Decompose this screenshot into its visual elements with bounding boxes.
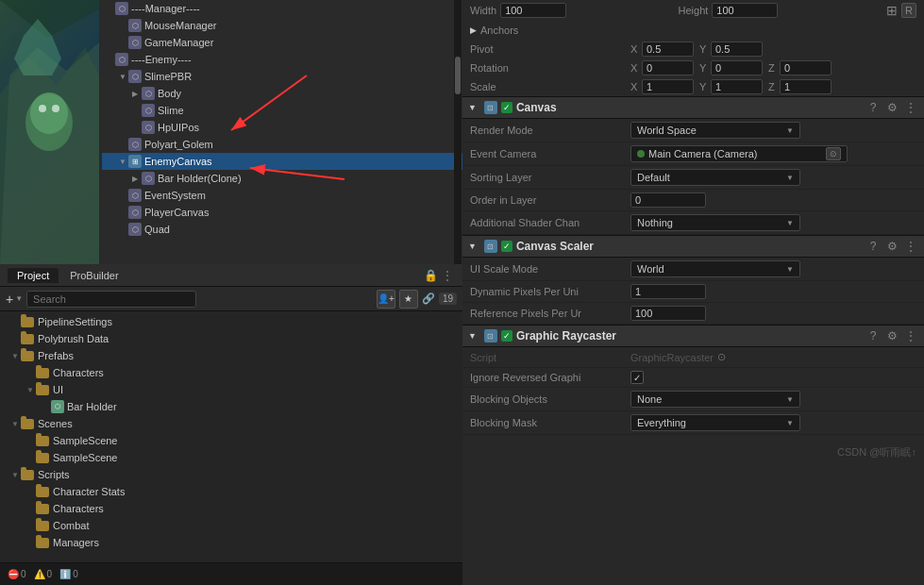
add-button[interactable]: + xyxy=(6,292,13,307)
warning-status: ⚠️ 0 xyxy=(34,569,53,579)
prefab-icon: ⬡ xyxy=(51,400,64,413)
lock-icon[interactable]: 🔒 xyxy=(423,268,438,283)
render-mode-dropdown[interactable]: World Space ▼ xyxy=(630,122,800,139)
blocking-mask-dropdown[interactable]: Everything ▼ xyxy=(630,414,800,431)
expand-arrow[interactable]: ▼ xyxy=(119,158,128,166)
hierarchy-item-gamemanager[interactable]: ⬡ GameManager xyxy=(102,34,462,51)
render-mode-value: World Space xyxy=(637,125,786,136)
project-item-pipelinesettings[interactable]: PipelineSettings xyxy=(0,313,462,330)
search-input[interactable] xyxy=(26,291,196,308)
hierarchy-item-slimepbr[interactable]: ▼ ⬡ SlimePBR xyxy=(102,68,462,85)
star-button[interactable]: ★ xyxy=(399,290,418,309)
scale-x-input[interactable] xyxy=(642,79,694,94)
project-item-samplescene[interactable]: SampleScene xyxy=(0,449,462,466)
canvas-scaler-header: ▼ ⊡ ✓ Canvas Scaler ? ⚙ ⋮ xyxy=(462,235,924,258)
project-item-scenes[interactable]: ▼ Scenes xyxy=(0,415,462,432)
dynamic-pixels-input[interactable] xyxy=(630,284,706,299)
event-camera-field[interactable]: Main Camera (Camera) ⊙ xyxy=(630,145,848,162)
item-label: Scripts xyxy=(38,469,70,480)
camera-picker-btn[interactable]: ⊙ xyxy=(826,147,841,160)
project-item-polybrush-data[interactable]: Polybrush Data xyxy=(0,330,462,347)
raycaster-icon: ⊡ xyxy=(484,329,497,343)
scaler-more-btn[interactable]: ⋮ xyxy=(903,239,918,254)
raycaster-more-btn[interactable]: ⋮ xyxy=(903,328,918,343)
project-item-characters[interactable]: Characters xyxy=(0,364,462,381)
ignore-reversed-label: Ignore Reversed Graphi xyxy=(470,372,630,383)
sorting-layer-dropdown[interactable]: Default ▼ xyxy=(630,169,800,186)
canvas-help-btn[interactable]: ? xyxy=(865,100,881,115)
rot-x-input[interactable] xyxy=(642,60,694,75)
scale-z-input[interactable] xyxy=(780,79,832,94)
anchors-arrow[interactable]: ▶ xyxy=(470,25,477,35)
hierarchy-item-eventsystem[interactable]: ⬡ EventSystem xyxy=(102,187,462,204)
hierarchy-item-manager[interactable]: ⬡ ----Manager---- xyxy=(102,0,462,17)
order-in-layer-input[interactable] xyxy=(630,192,706,208)
canvas-settings-btn[interactable]: ⚙ xyxy=(884,100,899,115)
file-count: 19 xyxy=(439,292,457,305)
rotation-inputs: X Y Z xyxy=(630,60,832,75)
hierarchy-item-mousemanager[interactable]: ⬡ MouseManager xyxy=(102,17,462,34)
script-picker-btn[interactable]: ⊙ xyxy=(717,351,726,363)
expand-arrow[interactable]: ▼ xyxy=(11,352,21,360)
tab-probuilder[interactable]: ProBuilder xyxy=(60,268,127,283)
project-item-ui[interactable]: ▼ UI xyxy=(0,381,462,398)
project-item-bar-holder[interactable]: ⬡ Bar Holder xyxy=(0,398,462,415)
pivot-x-input[interactable] xyxy=(642,42,694,57)
canvas-scaler-enabled[interactable]: ✓ xyxy=(501,241,512,252)
scale-y-input[interactable] xyxy=(711,79,763,94)
project-item-characters[interactable]: Characters xyxy=(0,500,462,517)
r-button[interactable]: R xyxy=(901,3,916,18)
hierarchy-item-quad[interactable]: ⬡ Quad xyxy=(102,221,462,238)
canvas-foldout[interactable]: ▼ xyxy=(468,103,477,112)
expand-arrow[interactable]: ▶ xyxy=(132,90,142,98)
project-item-character-stats[interactable]: Character Stats xyxy=(0,483,462,500)
raycaster-foldout[interactable]: ▼ xyxy=(468,331,477,341)
expand-arrow[interactable]: ▼ xyxy=(11,471,21,479)
hierarchy-item-playercanvas[interactable]: ⬡ PlayerCanvas xyxy=(102,204,462,221)
hierarchy-item-barholder[interactable]: ▶ ⬡ Bar Holder(Clone) xyxy=(102,170,462,187)
rect-buttons[interactable]: ⊞ R xyxy=(886,3,916,18)
additional-shader-value: Nothing xyxy=(637,217,786,228)
add-user-button[interactable]: 👤+ xyxy=(377,290,395,309)
ref-pixels-input[interactable] xyxy=(630,306,706,321)
rot-z-input[interactable] xyxy=(780,60,832,75)
hierarchy-item-polyart[interactable]: ⬡ Polyart_Golem xyxy=(102,136,462,153)
more-icon[interactable]: ⋮ xyxy=(440,268,455,283)
project-item-scripts[interactable]: ▼ Scripts xyxy=(0,466,462,483)
expand-arrow[interactable]: ▶ xyxy=(132,175,142,183)
canvas-more-btn[interactable]: ⋮ xyxy=(903,100,918,115)
hierarchy-item-body[interactable]: ▶ ⬡ Body xyxy=(102,85,462,102)
expand-arrow[interactable]: ▼ xyxy=(26,386,36,394)
raycaster-enabled[interactable]: ✓ xyxy=(501,330,512,342)
blocking-objects-arrow: ▼ xyxy=(786,395,794,404)
blocking-objects-dropdown[interactable]: None ▼ xyxy=(630,391,800,408)
hierarchy-item-enemycanvas[interactable]: ▼ ⊞ EnemyCanvas xyxy=(102,153,462,170)
hierarchy-item-enemy[interactable]: ⬡ ----Enemy---- xyxy=(102,51,462,68)
project-item-prefabs[interactable]: ▼ Prefabs xyxy=(0,347,462,364)
ref-pixels-row: Reference Pixels Per Ur xyxy=(462,303,924,325)
add-dropdown-arrow[interactable]: ▼ xyxy=(15,294,23,303)
height-input[interactable] xyxy=(712,3,778,18)
hierarchy-scrollbar[interactable] xyxy=(454,0,462,264)
item-label: UI xyxy=(53,384,63,395)
expand-arrow[interactable]: ▼ xyxy=(11,420,21,428)
hierarchy-item-hpuipos[interactable]: ⬡ HpUIPos xyxy=(102,119,462,136)
tab-project[interactable]: Project xyxy=(8,268,59,283)
ui-scale-mode-dropdown[interactable]: World ▼ xyxy=(630,260,800,277)
width-input[interactable] xyxy=(500,3,566,18)
project-item-combat[interactable]: Combat xyxy=(0,517,462,534)
pivot-y-input[interactable] xyxy=(711,42,763,57)
rot-y-input[interactable] xyxy=(711,60,763,75)
expand-arrow[interactable]: ▼ xyxy=(119,73,128,81)
scaler-help-btn[interactable]: ? xyxy=(865,239,881,254)
canvas-enabled-toggle[interactable]: ✓ xyxy=(501,102,512,113)
raycaster-settings-btn[interactable]: ⚙ xyxy=(884,328,899,343)
additional-shader-dropdown[interactable]: Nothing ▼ xyxy=(630,214,800,231)
project-item-managers[interactable]: Managers xyxy=(0,534,462,551)
raycaster-help-btn[interactable]: ? xyxy=(865,328,881,343)
ignore-reversed-checkbox[interactable]: ✓ xyxy=(630,371,644,384)
canvas-scaler-foldout[interactable]: ▼ xyxy=(468,242,477,251)
hierarchy-item-slime[interactable]: ⬡ Slime xyxy=(102,102,462,119)
scaler-settings-btn[interactable]: ⚙ xyxy=(884,239,899,254)
project-item-samplescene[interactable]: SampleScene xyxy=(0,432,462,449)
